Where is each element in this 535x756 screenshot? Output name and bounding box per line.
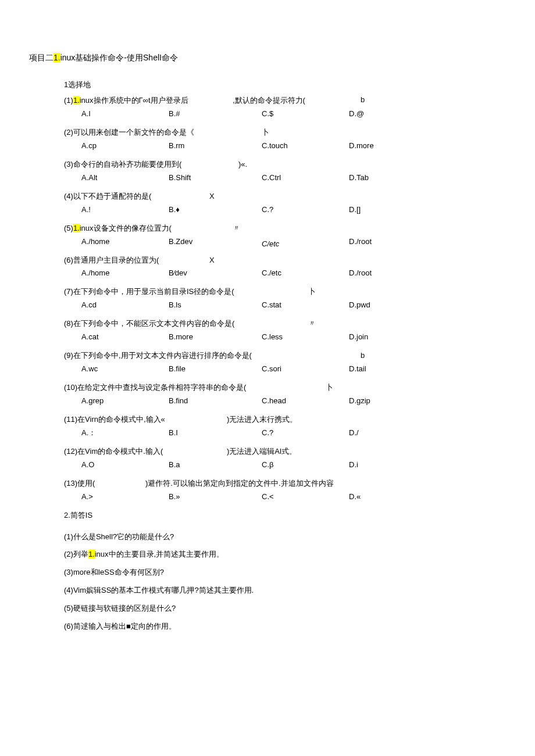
q13-opt-a: A.> xyxy=(81,492,93,502)
q10-stem: (10)在给定文件中查找与设定条件相符字符串的命令是( xyxy=(64,383,246,392)
q1-stem-after: inux操作系统中的Γ∞t用户登录后 xyxy=(80,96,188,105)
q11-opt-a: A.： xyxy=(81,428,96,438)
question-13: (13)使用( )避作符.可以输出第定向到指定的文件中.并追加文件内容 A.> … xyxy=(64,479,506,503)
sa-2-hl: 1. xyxy=(88,550,95,558)
q10-opt-b: B.find xyxy=(169,396,188,406)
question-12: (12)在Vim的命令模式中.输入( )无法进入端辑Al式。 A.O B.a C… xyxy=(64,447,506,471)
q6-opt-a: A./home xyxy=(81,268,109,278)
q3-opt-d: D.Tab xyxy=(349,173,369,183)
q8-opt-c: C.less xyxy=(262,332,283,342)
q3-mid: )«. xyxy=(238,160,247,170)
q6-mid: X xyxy=(209,256,215,266)
q3-opt-c: C.Ctrl xyxy=(262,173,281,183)
q9-stem: (9)在下列命令中,用于对文本文件内容进行排序的命令是( xyxy=(64,351,252,360)
q11-stem: (11)在Virn的命令模式中,输入« xyxy=(64,415,165,424)
q8-opt-b: B.more xyxy=(169,332,193,342)
q8-stem: (8)在下列命令中，不能区示文本文件内容的命令是( xyxy=(64,319,234,328)
q2-opt-a: A.cp xyxy=(81,141,97,151)
q1-opt-b: B.# xyxy=(169,109,180,119)
q1-hl: 1. xyxy=(73,96,80,105)
q11-mid: )无法进入末行携式。 xyxy=(227,415,297,425)
question-5: (5)1.inux设备文件的像存位置力( 〃 A./home B.Zdev C/… xyxy=(64,224,506,248)
question-10: (10)在给定文件中查找与设定条件相符字符串的命令是( 卜 A.grep B.f… xyxy=(64,383,506,407)
q6-opt-d: D./root xyxy=(349,268,372,278)
question-3: (3)命令行的自动补齐功能要使用到( )«. A.Alt B.Shift C.C… xyxy=(64,160,506,184)
sa-6: (6)简逑输入与检出■定向的作用。 xyxy=(64,622,506,632)
q7-opt-c: C.stat xyxy=(262,300,281,310)
q8-opt-d: D.join xyxy=(349,332,368,342)
q1-stem-tail: ,默认的命令提示符力( xyxy=(233,96,305,106)
q1-opt-c: C.$ xyxy=(262,109,273,119)
section-1-head: 1选择地 xyxy=(64,80,506,90)
q1-stem-before: (1) xyxy=(64,96,73,105)
q8-opt-a: A.cat xyxy=(81,332,99,342)
q12-mid: )无法进入端辑Al式。 xyxy=(227,447,297,457)
q1-opt-a: A.I xyxy=(81,109,91,119)
q3-opt-a: A.Alt xyxy=(81,173,97,183)
q5-opt-d: D./root xyxy=(349,237,372,247)
q10-opt-c: C.head xyxy=(262,396,286,406)
q4-opt-c: C.? xyxy=(262,205,273,215)
q2-opt-c: C.touch xyxy=(262,141,288,151)
sa-2: (2)列举1.inux中的主要目录,并简述其主要作用。 xyxy=(64,550,506,560)
q2-opt-b: B.rm xyxy=(169,141,184,151)
question-1: (1)1.inux操作系统中的Γ∞t用户登录后 ,默认的命令提示符力( b A.… xyxy=(64,96,506,120)
q12-opt-d: D.i xyxy=(349,460,358,470)
page-title: 项目二1.inux基础操作命令-使用ShelI命令 xyxy=(29,52,506,63)
q2-mid: 卜 xyxy=(262,128,269,138)
short-answer-section: (1)什么是Shell?它的功能是什么? (2)列举1.inux中的主要目录,并… xyxy=(64,532,506,632)
q3-opt-b: B.Shift xyxy=(169,173,191,183)
q10-mid: 卜 xyxy=(326,383,333,393)
q11-opt-d: D./ xyxy=(349,428,359,438)
q2-opt-d: D.more xyxy=(349,141,374,151)
q5-mid: 〃 xyxy=(233,224,240,234)
sa-4: (4)Vim嫔辑SS的基本工作模式有哪几押?简述其主要作用. xyxy=(64,586,506,596)
q9-answer: b xyxy=(361,351,365,361)
q4-opt-a: A.! xyxy=(81,205,91,215)
page-content: 项目二1.inux基础操作命令-使用ShelI命令 1选择地 (1)1.inux… xyxy=(0,0,535,669)
sa-1: (1)什么是Shell?它的功能是什么? xyxy=(64,532,506,542)
q4-opt-d: D.[] xyxy=(349,205,361,215)
title-part2: inux基础操作命令-使用ShelI命令 xyxy=(60,53,178,62)
q4-mid: X xyxy=(209,192,215,202)
q8-mid: 〃 xyxy=(308,319,316,329)
q5-opt-b: B.Zdev xyxy=(169,237,192,247)
section-1: 1选择地 (1)1.inux操作系统中的Γ∞t用户登录后 ,默认的命令提示符力(… xyxy=(64,80,506,520)
question-4: (4)以下不趋于通配符的是( X A.! B.♦ C.? D.[] xyxy=(64,192,506,216)
q10-opt-a: A.grep xyxy=(81,396,104,406)
q6-opt-c: C./etc xyxy=(262,268,281,278)
question-8: (8)在下列命令中，不能区示文本文件内容的命令是( 〃 A.cat B.more… xyxy=(64,319,506,343)
question-6: (6)普通用户主目录的位置为( X A./home B∕dev C./etc D… xyxy=(64,256,506,280)
q6-opt-b: B∕dev xyxy=(169,268,187,278)
q9-opt-c: C.sori xyxy=(262,364,281,374)
q2-stem: (2)可以用来创建一个新文忤的命令是《 xyxy=(64,128,194,137)
q1-answer: b xyxy=(361,95,365,105)
q5-stem-after: inux设备文件的像存位置力( xyxy=(80,224,172,232)
q5-stem-before: (5) xyxy=(64,224,73,232)
q10-opt-d: D.gzip xyxy=(349,396,370,406)
q13-opt-d: D.« xyxy=(349,492,361,502)
q13-stem: (13)使用( xyxy=(64,479,95,488)
sa-2-after: inux中的主要目录,并简述其主要作用。 xyxy=(95,550,224,558)
q9-opt-d: D.tail xyxy=(349,364,366,374)
question-7: (7)在下列命令中，用于显示当前目录IS径的命令是( 卜 A.cd B.ls C… xyxy=(64,287,506,311)
q12-opt-c: C.β xyxy=(262,460,273,470)
title-part1: 项目二 xyxy=(29,53,54,62)
q7-opt-d: D.pwd xyxy=(349,300,370,310)
q5-hl: 1. xyxy=(73,224,80,232)
q1-opt-d: D.@ xyxy=(349,109,364,119)
q4-opt-b: B.♦ xyxy=(169,205,180,215)
q3-stem: (3)命令行的自动补齐功能要使用到( xyxy=(64,160,181,169)
q9-opt-b: B.file xyxy=(169,364,186,374)
sa-3: (3)more和IeSS命令有何区别? xyxy=(64,568,506,578)
q7-stem: (7)在下列命令中，用于显示当前目录IS径的命令是( xyxy=(64,287,234,296)
q7-opt-a: A.cd xyxy=(81,300,97,310)
section-2-head: 2.简答IS xyxy=(64,511,506,521)
q5-opt-a: A./home xyxy=(81,237,109,247)
sa-5: (5)硬链接与软链接的区别是什么? xyxy=(64,604,506,614)
q12-opt-b: B.a xyxy=(169,460,180,470)
q12-opt-a: A.O xyxy=(81,460,94,470)
q5-opt-c: C/etc xyxy=(262,239,279,249)
question-9: (9)在下列命令中,用于对文本文件内容进行排序的命令是( b A.wc B.fi… xyxy=(64,351,506,375)
q13-mid: )避作符.可以输出第定向到指定的文件中.并追加文件内容 xyxy=(145,479,334,489)
